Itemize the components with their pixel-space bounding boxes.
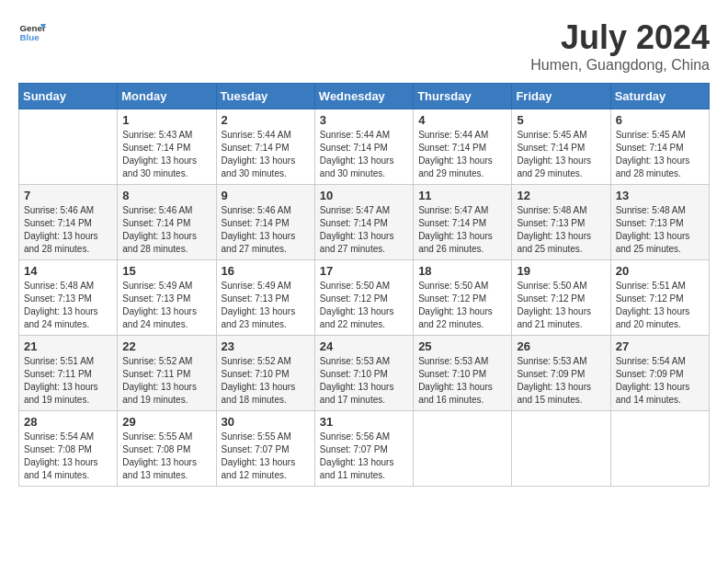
calendar-cell: 28Sunrise: 5:54 AMSunset: 7:08 PMDayligh… (19, 411, 118, 487)
calendar-cell: 24Sunrise: 5:53 AMSunset: 7:10 PMDayligh… (314, 336, 413, 411)
calendar-cell: 3Sunrise: 5:44 AMSunset: 7:14 PMDaylight… (314, 109, 413, 185)
day-info: Sunrise: 5:49 AMSunset: 7:13 PMDaylight:… (122, 280, 210, 331)
calendar-cell (19, 109, 118, 185)
calendar-cell: 19Sunrise: 5:50 AMSunset: 7:12 PMDayligh… (512, 260, 610, 336)
day-number: 2 (222, 113, 310, 127)
day-info: Sunrise: 5:48 AMSunset: 7:13 PMDaylight:… (24, 280, 112, 331)
day-info: Sunrise: 5:47 AMSunset: 7:14 PMDaylight:… (418, 204, 506, 256)
day-number: 11 (418, 189, 506, 202)
calendar-cell: 16Sunrise: 5:49 AMSunset: 7:13 PMDayligh… (216, 260, 314, 336)
day-number: 5 (517, 113, 605, 127)
day-number: 18 (418, 264, 506, 278)
day-number: 12 (517, 189, 605, 202)
day-number: 26 (517, 339, 605, 353)
calendar-cell: 10Sunrise: 5:47 AMSunset: 7:14 PMDayligh… (314, 185, 413, 260)
page-subtitle: Humen, Guangdong, China (530, 57, 710, 74)
day-info: Sunrise: 5:48 AMSunset: 7:13 PMDaylight:… (616, 204, 704, 256)
page-title: July 2024 (530, 18, 710, 57)
calendar-cell: 17Sunrise: 5:50 AMSunset: 7:12 PMDayligh… (314, 260, 413, 336)
calendar-cell: 31Sunrise: 5:56 AMSunset: 7:07 PMDayligh… (314, 411, 413, 487)
day-number: 15 (122, 264, 210, 278)
title-block: July 2024 Humen, Guangdong, China (530, 18, 710, 74)
day-of-week-header: Thursday (414, 84, 512, 109)
calendar-cell: 21Sunrise: 5:51 AMSunset: 7:11 PMDayligh… (19, 336, 118, 411)
day-of-week-header: Monday (118, 84, 216, 109)
day-number: 7 (24, 189, 112, 202)
day-of-week-header: Saturday (610, 84, 709, 109)
day-number: 21 (24, 339, 112, 353)
calendar-cell (610, 411, 709, 487)
calendar-cell (414, 411, 512, 487)
day-info: Sunrise: 5:44 AMSunset: 7:14 PMDaylight:… (320, 129, 408, 180)
day-number: 22 (122, 339, 210, 353)
calendar-table: SundayMondayTuesdayWednesdayThursdayFrid… (18, 83, 710, 487)
svg-text:Blue: Blue (20, 32, 40, 42)
calendar-cell: 5Sunrise: 5:45 AMSunset: 7:14 PMDaylight… (512, 109, 610, 185)
day-of-week-header: Sunday (19, 84, 118, 109)
day-info: Sunrise: 5:46 AMSunset: 7:14 PMDaylight:… (222, 204, 310, 256)
day-info: Sunrise: 5:43 AMSunset: 7:14 PMDaylight:… (122, 129, 210, 180)
day-info: Sunrise: 5:44 AMSunset: 7:14 PMDaylight:… (222, 129, 310, 180)
day-of-week-header: Wednesday (314, 84, 413, 109)
calendar-cell: 8Sunrise: 5:46 AMSunset: 7:14 PMDaylight… (118, 185, 216, 260)
day-number: 1 (122, 113, 210, 127)
day-number: 14 (24, 264, 112, 278)
day-info: Sunrise: 5:44 AMSunset: 7:14 PMDaylight:… (418, 129, 506, 180)
day-number: 6 (616, 113, 704, 127)
day-number: 25 (418, 339, 506, 353)
day-number: 3 (320, 113, 408, 127)
day-number: 31 (320, 415, 408, 429)
calendar-cell (512, 411, 610, 487)
calendar-cell: 20Sunrise: 5:51 AMSunset: 7:12 PMDayligh… (610, 260, 709, 336)
day-info: Sunrise: 5:50 AMSunset: 7:12 PMDaylight:… (320, 280, 408, 331)
day-number: 17 (320, 264, 408, 278)
calendar-cell: 18Sunrise: 5:50 AMSunset: 7:12 PMDayligh… (414, 260, 512, 336)
day-info: Sunrise: 5:46 AMSunset: 7:14 PMDaylight:… (24, 204, 112, 256)
calendar-cell: 26Sunrise: 5:53 AMSunset: 7:09 PMDayligh… (512, 336, 610, 411)
calendar-cell: 25Sunrise: 5:53 AMSunset: 7:10 PMDayligh… (414, 336, 512, 411)
calendar-cell: 2Sunrise: 5:44 AMSunset: 7:14 PMDaylight… (216, 109, 314, 185)
day-info: Sunrise: 5:46 AMSunset: 7:14 PMDaylight:… (122, 204, 210, 256)
calendar-week-row: 1Sunrise: 5:43 AMSunset: 7:14 PMDaylight… (19, 109, 710, 185)
day-number: 23 (222, 339, 310, 353)
calendar-cell: 27Sunrise: 5:54 AMSunset: 7:09 PMDayligh… (610, 336, 709, 411)
calendar-cell: 9Sunrise: 5:46 AMSunset: 7:14 PMDaylight… (216, 185, 314, 260)
day-info: Sunrise: 5:52 AMSunset: 7:11 PMDaylight:… (122, 355, 210, 407)
day-info: Sunrise: 5:48 AMSunset: 7:13 PMDaylight:… (517, 204, 605, 256)
calendar-cell: 13Sunrise: 5:48 AMSunset: 7:13 PMDayligh… (610, 185, 709, 260)
day-number: 4 (418, 113, 506, 127)
day-number: 30 (222, 415, 310, 429)
calendar-header-row: SundayMondayTuesdayWednesdayThursdayFrid… (19, 84, 710, 109)
day-info: Sunrise: 5:55 AMSunset: 7:08 PMDaylight:… (122, 431, 210, 482)
day-number: 9 (222, 189, 310, 202)
calendar-cell: 14Sunrise: 5:48 AMSunset: 7:13 PMDayligh… (19, 260, 118, 336)
calendar-week-row: 21Sunrise: 5:51 AMSunset: 7:11 PMDayligh… (19, 336, 710, 411)
calendar-cell: 23Sunrise: 5:52 AMSunset: 7:10 PMDayligh… (216, 336, 314, 411)
day-number: 16 (222, 264, 310, 278)
calendar-cell: 29Sunrise: 5:55 AMSunset: 7:08 PMDayligh… (118, 411, 216, 487)
day-info: Sunrise: 5:51 AMSunset: 7:12 PMDaylight:… (616, 280, 704, 331)
calendar-cell: 12Sunrise: 5:48 AMSunset: 7:13 PMDayligh… (512, 185, 610, 260)
day-number: 28 (24, 415, 112, 429)
calendar-cell: 7Sunrise: 5:46 AMSunset: 7:14 PMDaylight… (19, 185, 118, 260)
logo-icon: General Blue (18, 18, 46, 46)
day-info: Sunrise: 5:50 AMSunset: 7:12 PMDaylight:… (517, 280, 605, 331)
page-header: General Blue July 2024 Humen, Guangdong,… (18, 18, 710, 74)
day-info: Sunrise: 5:56 AMSunset: 7:07 PMDaylight:… (320, 431, 408, 482)
day-of-week-header: Friday (512, 84, 610, 109)
day-info: Sunrise: 5:54 AMSunset: 7:08 PMDaylight:… (24, 431, 112, 482)
calendar-week-row: 7Sunrise: 5:46 AMSunset: 7:14 PMDaylight… (19, 185, 710, 260)
day-info: Sunrise: 5:53 AMSunset: 7:10 PMDaylight:… (320, 355, 408, 407)
calendar-cell: 1Sunrise: 5:43 AMSunset: 7:14 PMDaylight… (118, 109, 216, 185)
day-info: Sunrise: 5:45 AMSunset: 7:14 PMDaylight:… (517, 129, 605, 180)
calendar-cell: 6Sunrise: 5:45 AMSunset: 7:14 PMDaylight… (610, 109, 709, 185)
day-info: Sunrise: 5:49 AMSunset: 7:13 PMDaylight:… (222, 280, 310, 331)
day-number: 10 (320, 189, 408, 202)
logo: General Blue (18, 18, 46, 46)
day-info: Sunrise: 5:51 AMSunset: 7:11 PMDaylight:… (24, 355, 112, 407)
day-of-week-header: Tuesday (216, 84, 314, 109)
day-info: Sunrise: 5:54 AMSunset: 7:09 PMDaylight:… (616, 355, 704, 407)
day-info: Sunrise: 5:55 AMSunset: 7:07 PMDaylight:… (222, 431, 310, 482)
day-info: Sunrise: 5:52 AMSunset: 7:10 PMDaylight:… (222, 355, 310, 407)
calendar-cell: 4Sunrise: 5:44 AMSunset: 7:14 PMDaylight… (414, 109, 512, 185)
